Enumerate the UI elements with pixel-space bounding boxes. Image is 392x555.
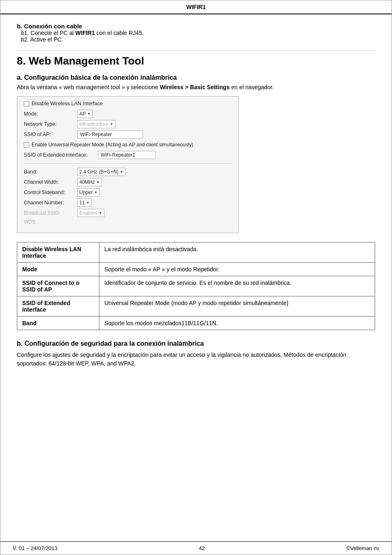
disable-wireless-label: Disable Wireless LAN Interface bbox=[32, 101, 103, 106]
table-cell-key: Mode bbox=[17, 263, 99, 276]
page-title: WIFIR1 bbox=[186, 4, 205, 10]
channel-width-dropdown-arrow: ▼ bbox=[96, 180, 100, 184]
control-sideband-dropdown-arrow: ▼ bbox=[94, 190, 98, 194]
network-type-select-value: Infrastructure bbox=[79, 121, 108, 127]
ssid-ap-row: SSID of AP: WiFi-Repeater bbox=[24, 130, 232, 139]
channel-width-value-container: 40MHz ▼ bbox=[77, 178, 102, 186]
table-row: ModeSoporte el modo « AP » y el modo Rep… bbox=[17, 263, 375, 276]
section-b-step1: b1. Conecte el PC al WIFIR1 con el cable… bbox=[21, 30, 375, 36]
mode-select-value: AP bbox=[79, 111, 86, 117]
section-b2-title: b. Configuración de seguridad para la co… bbox=[17, 340, 375, 347]
channel-number-select[interactable]: 11 ▼ bbox=[77, 199, 92, 207]
mode-select[interactable]: AP ▼ bbox=[77, 110, 93, 118]
section-a-title: a. Configuración básica de la conexión i… bbox=[17, 74, 375, 81]
table-cell-value: Soporte los modos mezclados11B/11G/11N. bbox=[99, 317, 375, 330]
section-b-cable: b. Conexión con cable b1. Conecte el PC … bbox=[17, 23, 375, 43]
table-row: SSID of Connect to o SSID of APIdentific… bbox=[17, 276, 375, 296]
network-type-dropdown-arrow: ▼ bbox=[110, 122, 113, 126]
network-type-row: Network Type: Infrastructure ▼ bbox=[24, 120, 232, 128]
enable-universal-row: Enable Universal Repeater Mode (Acting a… bbox=[24, 142, 232, 148]
band-dropdown-arrow: ▼ bbox=[120, 170, 123, 174]
channel-number-label: Channel Number: bbox=[24, 200, 77, 206]
band-row: Band: 2.4 GHz (B+G+N) ▼ bbox=[24, 168, 232, 176]
disable-wireless-row: Disable Wireless LAN Interface bbox=[24, 101, 232, 106]
channel-number-row: Channel Number: 11 ▼ bbox=[24, 199, 232, 207]
info-table: Disable Wireless LAN InterfaceLa red ina… bbox=[17, 242, 375, 330]
footer-right: ©Velleman nv bbox=[346, 545, 379, 551]
band-label: Band: bbox=[24, 169, 77, 175]
section-a-desc: Abra la ventana « web management tool » … bbox=[17, 84, 375, 90]
network-type-value-container: Infrastructure ▼ bbox=[77, 120, 115, 128]
enable-universal-checkbox[interactable] bbox=[24, 142, 29, 148]
mode-row: Mode: AP ▼ bbox=[24, 110, 232, 118]
enable-universal-label: Enable Universal Repeater Mode (Acting a… bbox=[32, 142, 193, 148]
control-sideband-select-value: Upper bbox=[79, 190, 93, 195]
broadcast-ssid-label: Broadcast SSID: bbox=[24, 210, 77, 216]
section-b2: b. Configuración de seguridad para la co… bbox=[17, 340, 375, 368]
table-row: SSID of Extended InterfaceUniversal Repe… bbox=[17, 296, 375, 317]
channel-width-select-value: 40MHz bbox=[79, 179, 95, 185]
ssid-ap-value-container: WiFi-Repeater bbox=[77, 130, 143, 139]
table-cell-value: Identificador de conjunto de servicio. E… bbox=[99, 276, 375, 296]
main-content: b. Conexión con cable b1. Conecte el PC … bbox=[0, 14, 392, 541]
band-select[interactable]: 2.4 GHz (B+G+N) ▼ bbox=[77, 168, 125, 176]
step1-rest: con el cable RJ45. bbox=[95, 30, 144, 36]
broadcast-ssid-dropdown-arrow: ▼ bbox=[99, 211, 102, 215]
section-8-title: 8. Web Management Tool bbox=[17, 50, 375, 67]
broadcast-ssid-select[interactable]: Enabled ▼ bbox=[77, 209, 104, 217]
page: WIFIR1 b. Conexión con cable b1. Conecte… bbox=[0, 0, 392, 555]
broadcast-ssid-select-value: Enabled bbox=[79, 210, 97, 216]
channel-number-dropdown-arrow: ▼ bbox=[86, 201, 90, 205]
broadcast-ssid-value-container: Enabled ▼ bbox=[77, 209, 104, 217]
band-select-value: 2.4 GHz (B+G+N) bbox=[79, 169, 118, 175]
control-sideband-select[interactable]: Upper ▼ bbox=[77, 188, 100, 197]
ssid-extended-input-value: WiFi-Repeater1 bbox=[101, 152, 135, 158]
control-sideband-label: Control Sideband: bbox=[24, 190, 77, 195]
table-row: BandSoporte los modos mezclados11B/11G/1… bbox=[17, 317, 375, 330]
ssid-ap-input[interactable]: WiFi-Repeater bbox=[77, 130, 143, 139]
control-sideband-row: Control Sideband: Upper ▼ bbox=[24, 188, 232, 197]
section-b-step2: b2. Active el PC. bbox=[21, 36, 375, 43]
control-sideband-value-container: Upper ▼ bbox=[77, 188, 100, 197]
table-cell-key: Band bbox=[17, 317, 99, 330]
footer-left: V. 01 – 24/07/2013 bbox=[13, 545, 58, 551]
mode-value-container: AP ▼ bbox=[77, 110, 93, 118]
table-cell-value: Universal Repeater Mode (modo AP y modo … bbox=[99, 296, 375, 317]
step1-prefix: b1. Conecte el PC al bbox=[21, 30, 75, 36]
section-a-desc-bold: Wireless > Basic Settings bbox=[160, 84, 230, 90]
ssid-extended-value-container: WiFi-Repeater1 bbox=[98, 151, 155, 159]
channel-width-label: Channel Width: bbox=[24, 179, 77, 185]
wifi-settings-panel: Disable Wireless LAN Interface Mode: AP … bbox=[17, 96, 239, 233]
panel-divider bbox=[24, 163, 232, 164]
wds-row: WDS: bbox=[24, 219, 232, 225]
channel-number-value-container: 11 ▼ bbox=[77, 199, 92, 207]
page-header: WIFIR1 bbox=[0, 0, 392, 14]
channel-width-row: Channel Width: 40MHz ▼ bbox=[24, 178, 232, 186]
wds-label: WDS: bbox=[24, 219, 77, 225]
step1-bold: WIFIR1 bbox=[75, 30, 95, 36]
table-cell-key: Disable Wireless LAN Interface bbox=[17, 243, 99, 263]
network-type-label: Network Type: bbox=[24, 121, 77, 127]
broadcast-ssid-row: Broadcast SSID: Enabled ▼ bbox=[24, 209, 232, 217]
section-a-desc-prefix: Abra la ventana « web management tool » … bbox=[17, 84, 160, 90]
table-cell-key: SSID of Extended Interface bbox=[17, 296, 99, 317]
section-b2-desc: Configure los ajustes de seguridad y la … bbox=[17, 351, 375, 368]
ssid-extended-row: SSID of Extended Interface: WiFi-Repeate… bbox=[24, 151, 232, 159]
section-a-desc-suffix: en el navegador. bbox=[230, 84, 274, 90]
band-value-container: 2.4 GHz (B+G+N) ▼ bbox=[77, 168, 125, 176]
mode-label: Mode: bbox=[24, 111, 77, 117]
footer-center: 42 bbox=[199, 545, 205, 551]
table-row: Disable Wireless LAN InterfaceLa red ina… bbox=[17, 243, 375, 263]
channel-number-select-value: 11 bbox=[79, 200, 85, 206]
ssid-ap-label: SSID of AP: bbox=[24, 132, 77, 137]
network-type-select[interactable]: Infrastructure ▼ bbox=[77, 120, 115, 128]
table-cell-value: La red inalámbrica está desactivada. bbox=[99, 243, 375, 263]
ssid-extended-label: SSID of Extended Interface: bbox=[24, 152, 98, 158]
mode-dropdown-arrow: ▼ bbox=[87, 112, 91, 116]
ssid-extended-input[interactable]: WiFi-Repeater1 bbox=[98, 151, 155, 159]
channel-width-select[interactable]: 40MHz ▼ bbox=[77, 178, 102, 186]
ssid-ap-input-value: WiFi-Repeater bbox=[80, 132, 112, 137]
page-footer: V. 01 – 24/07/2013 42 ©Velleman nv bbox=[0, 541, 392, 555]
disable-wireless-checkbox[interactable] bbox=[24, 101, 29, 106]
section-b-cable-title: b. Conexión con cable bbox=[17, 23, 375, 30]
